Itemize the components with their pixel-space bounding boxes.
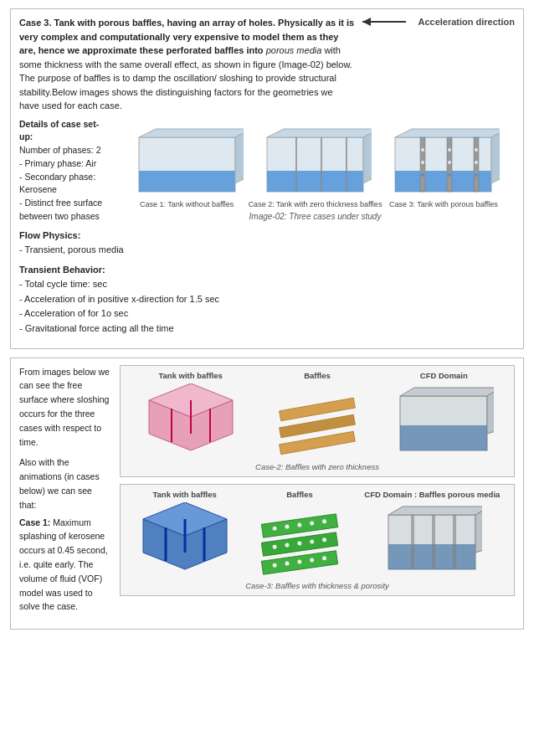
cfd1-caption: Case-2: Baffles with zero thickness <box>126 462 509 471</box>
svg-rect-1 <box>139 171 235 192</box>
cfd1-label-1: Baffles <box>304 371 331 380</box>
transient-item-2: - Acceleration of for 1o sec <box>19 306 515 321</box>
case1-detail-text: Maximum splashing of kerosene occurs at … <box>19 517 108 612</box>
svg-rect-15 <box>420 137 425 192</box>
case3-tank-svg <box>387 125 500 200</box>
primary-phase: - Primary phase: Air <box>19 157 107 171</box>
case2-col: Case 2: Tank with zero thickness baffles <box>249 125 383 208</box>
details-title: Details of case set-up: <box>19 118 107 145</box>
cfd1-baffles-svg <box>275 383 359 459</box>
porous-media-label: porous media <box>266 45 325 55</box>
svg-marker-7 <box>363 129 372 183</box>
details-right-panel: Case 1: Tank without baffles <box>116 118 515 224</box>
cfd2-domain-svg <box>382 502 482 578</box>
cfd2-img-row: Tank with baffles <box>126 490 509 578</box>
svg-point-18 <box>421 173 424 177</box>
arrow-left-icon <box>362 16 413 28</box>
acceleration-direction: Acceleration direction <box>362 16 515 28</box>
flow-physics-item-0: - Transient, porous media <box>19 243 515 258</box>
cfd2-domain-col: CFD Domain : Baffles porous media <box>364 490 500 578</box>
cfd-section2-box: Tank with baffles <box>120 484 515 596</box>
svg-point-25 <box>475 161 478 164</box>
cfd1-domain-col: CFD Domain <box>393 371 494 459</box>
svg-marker-14 <box>491 129 500 183</box>
svg-rect-36 <box>400 425 487 450</box>
case1-inline-label: Case 1: <box>19 517 53 527</box>
cfd2-tank-svg <box>135 502 235 578</box>
case2-label: Case 2: Tank with zero thickness baffles <box>249 200 383 208</box>
flow-physics-section: Flow Physics: - Transient, porous media <box>19 229 515 258</box>
cfd1-img-row: Tank with baffles <box>126 371 509 459</box>
svg-marker-37 <box>400 388 494 396</box>
case3-intro-text: Case 3. Tank with porous baffles, having… <box>19 16 354 113</box>
svg-rect-23 <box>474 137 479 192</box>
cfd1-label-2: CFD Domain <box>420 371 468 380</box>
tank-images-row: Case 1: Tank without baffles <box>116 125 515 208</box>
cfd2-baffles-svg <box>258 502 341 578</box>
case1-label: Case 1: Tank without baffles <box>140 200 234 208</box>
cfd2-label-1: Baffles <box>286 490 313 499</box>
cfd2-label-0: Tank with baffles <box>152 490 216 499</box>
svg-marker-2 <box>139 129 244 137</box>
flow-physics-title: Flow Physics: <box>19 229 515 244</box>
accel-label: Acceleration direction <box>418 17 515 27</box>
details-section: Details of case set-up: Number of phases… <box>19 118 515 224</box>
case1-tank-svg <box>131 125 244 200</box>
transient-item-1: - Acceleration of in positive x-directio… <box>19 292 515 307</box>
cfd1-tank-col: Tank with baffles <box>141 371 241 459</box>
cfd2-baffles-col: Baffles <box>258 490 341 578</box>
cfd2-caption: Case-3: Baffles with thickness & porosit… <box>126 581 509 590</box>
svg-rect-67 <box>432 515 435 569</box>
transient-item-3: - Gravitational force acting all the tim… <box>19 321 515 337</box>
details-left-panel: Details of case set-up: Number of phases… <box>19 118 107 224</box>
svg-point-16 <box>421 148 424 152</box>
case2-tank-svg <box>259 125 372 200</box>
free-surface: - Distinct free surface between two phas… <box>19 197 107 224</box>
case1-detail: Case 1: Maximum splashing of kerosene oc… <box>19 516 111 615</box>
transient-title: Transient Behavior: <box>19 263 515 278</box>
svg-point-22 <box>448 173 451 177</box>
lower-left-panel: From images below we can see the free su… <box>19 365 111 615</box>
image02-caption: Image-02: Three cases under study <box>116 212 515 221</box>
from-images-text: From images below we can see the free su… <box>19 365 111 450</box>
svg-point-20 <box>448 148 451 152</box>
case1-col: Case 1: Tank without baffles <box>131 125 244 208</box>
transient-item-0: - Total cycle time: sec <box>19 277 515 292</box>
phases-label: Number of phases: 2 <box>19 144 107 157</box>
cfd-section1-box: Tank with baffles <box>120 365 515 477</box>
cfd1-label-0: Tank with baffles <box>158 371 222 380</box>
cfd1-domain-svg <box>393 383 494 459</box>
svg-rect-5 <box>267 171 363 192</box>
svg-marker-64 <box>388 507 482 515</box>
also-text: Also with the animations (in cases below… <box>19 455 111 512</box>
svg-point-26 <box>475 173 478 177</box>
svg-point-17 <box>421 161 424 164</box>
case3-col: Case 3: Tank with porous baffles <box>387 125 500 208</box>
top-section-box: Case 3. Tank with porous baffles, having… <box>10 8 524 349</box>
svg-marker-6 <box>267 129 372 137</box>
svg-marker-13 <box>395 129 500 137</box>
svg-marker-3 <box>235 129 244 183</box>
transient-section: Transient Behavior: - Total cycle time: … <box>19 263 515 337</box>
svg-point-21 <box>448 161 451 164</box>
lower-section-box: From images below we can see the free su… <box>10 357 524 630</box>
cfd2-tank-col: Tank with baffles <box>135 490 235 578</box>
cfd1-tank-svg <box>141 383 241 459</box>
lower-right-panel: Tank with baffles <box>120 365 515 615</box>
case3-label: Case 3: Tank with porous baffles <box>389 200 498 208</box>
cfd1-baffles-col: Baffles <box>275 371 359 459</box>
svg-point-24 <box>475 148 478 152</box>
page: Case 3. Tank with porous baffles, having… <box>0 0 534 646</box>
secondary-phase: - Secondary phase: Kerosene <box>19 171 107 198</box>
svg-rect-68 <box>453 515 456 569</box>
svg-rect-19 <box>447 137 452 192</box>
cfd2-label-2: CFD Domain : Baffles porous media <box>364 490 500 499</box>
svg-rect-66 <box>411 515 414 569</box>
lower-layout: From images below we can see the free su… <box>19 365 515 615</box>
